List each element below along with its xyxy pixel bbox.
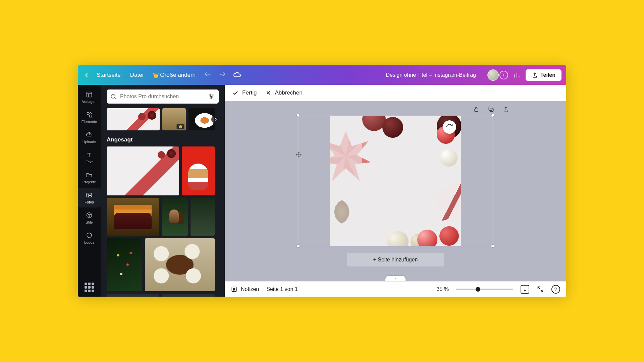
svg-rect-15 bbox=[489, 107, 492, 110]
search-icon bbox=[110, 93, 117, 100]
resize-label: Größe ändern bbox=[160, 72, 196, 78]
svg-rect-3 bbox=[87, 193, 92, 197]
photo-thumb[interactable]: 👑 bbox=[162, 108, 186, 130]
svg-rect-13 bbox=[475, 109, 478, 112]
add-collaborator-button[interactable]: + bbox=[499, 71, 508, 79]
lock-page-button[interactable] bbox=[473, 106, 480, 113]
rail-elements[interactable]: Elemente bbox=[78, 108, 101, 127]
rail-uploads[interactable]: Uploads bbox=[78, 128, 101, 147]
page-grid-button[interactable]: 1 bbox=[521, 285, 529, 294]
workspace[interactable]: + Seite hinzufügen bbox=[225, 101, 566, 281]
rail-uploads-label: Uploads bbox=[83, 140, 96, 144]
photo-thumb[interactable] bbox=[107, 238, 142, 291]
photo-thumb[interactable] bbox=[145, 238, 215, 291]
svg-point-12 bbox=[211, 98, 212, 99]
crop-frame[interactable] bbox=[298, 115, 493, 246]
photo-thumb[interactable] bbox=[107, 146, 179, 195]
rail-projects-label: Projekte bbox=[83, 180, 96, 184]
page-counter: Seite 1 von 1 bbox=[266, 286, 298, 292]
svg-point-6 bbox=[88, 214, 89, 215]
search-box bbox=[107, 89, 219, 104]
crop-handle-tr[interactable] bbox=[491, 114, 494, 117]
search-input[interactable] bbox=[120, 94, 205, 100]
rail-text[interactable]: Text bbox=[78, 148, 101, 167]
photo-thumb[interactable] bbox=[182, 146, 215, 195]
photo-thumb[interactable] bbox=[107, 198, 159, 236]
rail-templates[interactable]: Vorlagen bbox=[78, 87, 101, 107]
svg-point-10 bbox=[210, 95, 211, 96]
svg-point-5 bbox=[87, 213, 92, 218]
photo-thumb[interactable] bbox=[107, 294, 159, 297]
rail-logos-label: Logos bbox=[84, 240, 94, 244]
home-link[interactable]: Startseite bbox=[93, 70, 124, 80]
svg-rect-0 bbox=[87, 92, 92, 97]
svg-rect-2 bbox=[90, 115, 92, 117]
trending-heading: Angesagt bbox=[107, 136, 219, 143]
crop-handle-tl[interactable] bbox=[297, 114, 300, 117]
photo-thumb[interactable] bbox=[162, 294, 215, 297]
check-icon bbox=[232, 89, 239, 96]
document-title[interactable]: Design ohne Titel – Instagram-Beitrag bbox=[386, 72, 476, 78]
apps-grid-button[interactable] bbox=[85, 283, 94, 292]
photos-panel: 👑 Angesagt bbox=[101, 85, 225, 297]
fullscreen-button[interactable] bbox=[537, 286, 544, 293]
crop-handle-bl[interactable] bbox=[297, 244, 300, 248]
photo-thumb[interactable] bbox=[107, 108, 160, 130]
svg-point-11 bbox=[212, 96, 213, 97]
rail-photos[interactable]: Fotos bbox=[78, 188, 101, 207]
crown-icon: 👑 bbox=[153, 72, 159, 78]
page-strip-toggle[interactable] bbox=[385, 276, 406, 281]
back-button[interactable] bbox=[83, 71, 91, 79]
notes-button[interactable]: Notizen bbox=[231, 286, 259, 293]
zoom-value: 35 % bbox=[437, 286, 449, 292]
crop-cancel-label: Abbrechen bbox=[275, 89, 302, 96]
resize-button[interactable]: 👑 Größe ändern bbox=[150, 70, 199, 80]
svg-rect-14 bbox=[490, 108, 493, 112]
duplicate-page-button[interactable] bbox=[487, 106, 495, 113]
filters-icon[interactable] bbox=[208, 93, 215, 100]
rail-templates-label: Vorlagen bbox=[82, 100, 96, 104]
crop-done-label: Fertig bbox=[242, 89, 257, 96]
logos-icon bbox=[86, 232, 93, 239]
help-button[interactable]: ? bbox=[551, 285, 560, 294]
text-icon bbox=[86, 151, 93, 159]
zoom-slider[interactable] bbox=[456, 289, 513, 290]
zoom-knob[interactable] bbox=[476, 287, 480, 292]
pro-badge: 👑 bbox=[176, 124, 184, 129]
move-icon[interactable] bbox=[296, 152, 302, 158]
bottom-bar: Notizen Seite 1 von 1 35 % 1 ? bbox=[225, 281, 566, 297]
undo-button[interactable] bbox=[202, 69, 214, 81]
notes-label: Notizen bbox=[241, 286, 259, 292]
left-rail: Vorlagen Elemente Uploads Text Projekte … bbox=[78, 85, 101, 297]
scroll-right-button[interactable] bbox=[211, 115, 220, 124]
user-avatar[interactable] bbox=[487, 69, 499, 81]
add-page-button[interactable]: + Seite hinzufügen bbox=[347, 253, 444, 266]
share-button[interactable]: Teilen bbox=[526, 69, 561, 81]
rail-elements-label: Elemente bbox=[82, 120, 97, 124]
crop-cancel-button[interactable]: Abbrechen bbox=[265, 89, 302, 96]
svg-point-9 bbox=[111, 94, 115, 98]
rail-styles[interactable]: Stile bbox=[78, 208, 101, 228]
crop-handle-br[interactable] bbox=[491, 244, 494, 248]
file-menu[interactable]: Datei bbox=[127, 70, 147, 80]
export-page-button[interactable] bbox=[502, 106, 509, 113]
share-label: Teilen bbox=[540, 72, 555, 78]
rail-photos-label: Fotos bbox=[85, 200, 94, 204]
rail-projects[interactable]: Projekte bbox=[78, 168, 101, 187]
crop-toolbar: Fertig Abbrechen bbox=[225, 85, 566, 101]
projects-icon bbox=[86, 171, 93, 179]
photo-thumb[interactable] bbox=[191, 198, 215, 236]
crop-done-button[interactable]: Fertig bbox=[232, 89, 257, 96]
top-bar: Startseite Datei 👑 Größe ändern Design o… bbox=[78, 65, 566, 85]
cloud-sync-icon[interactable] bbox=[231, 69, 243, 81]
insights-button[interactable] bbox=[511, 69, 523, 81]
rail-styles-label: Stile bbox=[86, 220, 93, 224]
rail-logos[interactable]: Logos bbox=[78, 228, 101, 248]
redo-button[interactable] bbox=[216, 69, 228, 81]
upload-icon bbox=[532, 72, 538, 78]
templates-icon bbox=[86, 91, 93, 98]
photo-thumb[interactable] bbox=[162, 198, 188, 236]
uploads-icon bbox=[86, 131, 93, 138]
main-area: Vorlagen Elemente Uploads Text Projekte … bbox=[78, 85, 566, 297]
page-actions bbox=[473, 106, 509, 113]
